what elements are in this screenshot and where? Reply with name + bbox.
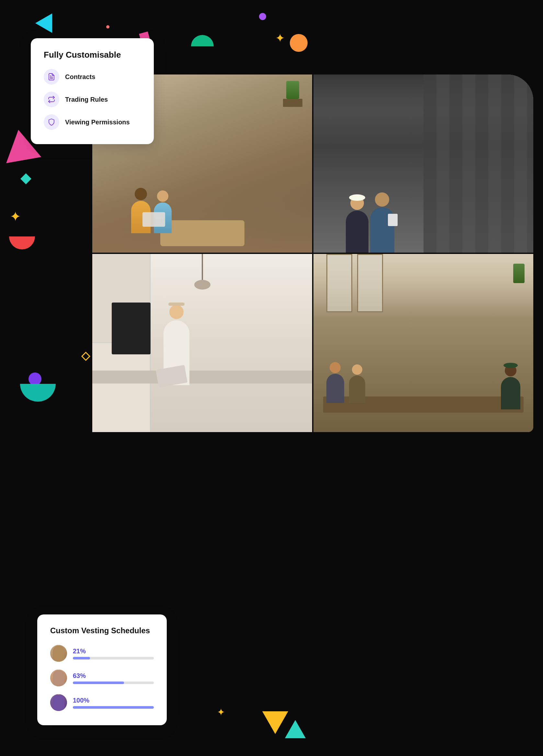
customisable-card: Fully Customisable Contracts Trading	[31, 38, 154, 144]
avatar-2	[50, 670, 67, 686]
orange-blob-shape	[290, 34, 307, 52]
diamond-outline-shape	[83, 353, 89, 360]
dot-small-shape	[106, 25, 110, 29]
trading-rules-label: Trading Rules	[65, 96, 108, 103]
photo-grid	[92, 74, 533, 432]
purple-dot-shape	[259, 13, 266, 20]
viewing-permissions-label: Viewing Permissions	[65, 119, 130, 126]
photo-warehouse	[313, 74, 533, 253]
progress-bar-bg-2	[73, 682, 154, 684]
viewing-permissions-item: Viewing Permissions	[44, 114, 141, 130]
vesting-row-2: 63%	[50, 670, 154, 686]
progress-bar-fill-2	[73, 682, 124, 684]
vesting-row-3: 100%	[50, 694, 154, 711]
green-semicircle-shape	[191, 35, 214, 46]
trading-rules-icon-wrap	[44, 92, 59, 107]
progress-bar-bg-1	[73, 657, 154, 659]
progress-bar-fill-3	[73, 706, 154, 709]
blue-triangle-shape	[38, 12, 58, 29]
vesting-title: Custom Vesting Schedules	[50, 626, 154, 635]
yellow-star-left-shape: ✦	[10, 210, 21, 223]
vesting-percent-2: 63%	[73, 672, 154, 680]
progress-bar-bg-3	[73, 706, 154, 709]
teal-tri-bottom-shape	[285, 720, 306, 738]
teal-square-shape	[22, 175, 30, 183]
trading-rules-item: Trading Rules	[44, 92, 141, 107]
avatar-3	[50, 694, 67, 711]
yellow-sparkle-bottom-shape: ✦	[217, 706, 225, 718]
contracts-item: Contracts	[44, 69, 141, 85]
avatar-1	[50, 645, 67, 662]
vesting-card: Custom Vesting Schedules 21%	[37, 614, 167, 725]
circle-purple-shape	[29, 372, 41, 385]
progress-bar-fill-1	[73, 657, 90, 659]
vesting-percent-1: 21%	[73, 647, 154, 655]
teal-arch-shape	[20, 384, 56, 402]
vesting-info-1: 21%	[73, 647, 154, 659]
card1-title: Fully Customisable	[44, 50, 141, 60]
contracts-icon-wrap	[44, 69, 59, 85]
vesting-percent-3: 100%	[73, 697, 154, 704]
photo-kitchen	[92, 254, 312, 432]
yellow-star-top-shape: ✦	[275, 32, 285, 44]
trading-rules-icon	[48, 96, 55, 103]
yellow-tri-bottom-shape	[262, 711, 288, 734]
photo-meeting	[313, 254, 533, 432]
vesting-info-3: 100%	[73, 697, 154, 709]
viewing-permissions-icon-wrap	[44, 114, 59, 130]
contracts-icon	[48, 73, 55, 81]
vesting-row-1: 21%	[50, 645, 154, 662]
red-arch-shape	[9, 236, 35, 249]
vesting-info-2: 63%	[73, 672, 154, 684]
contracts-label: Contracts	[65, 73, 95, 81]
viewing-permissions-icon	[48, 118, 55, 126]
